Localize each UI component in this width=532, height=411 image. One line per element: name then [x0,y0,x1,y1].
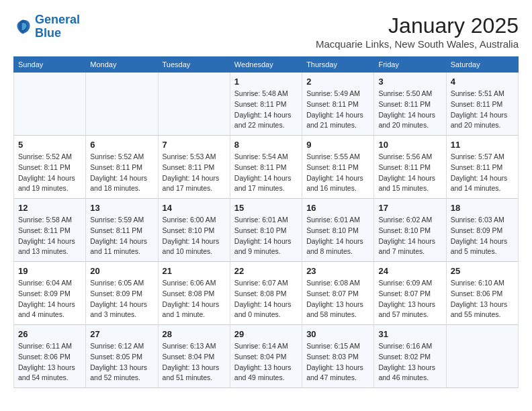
weekday-header-sunday: Sunday [14,57,86,73]
calendar-cell: 24Sunrise: 6:09 AM Sunset: 8:07 PM Dayli… [374,262,446,325]
calendar-cell: 3Sunrise: 5:50 AM Sunset: 8:11 PM Daylig… [374,73,446,136]
logo: General Blue [13,13,80,40]
day-info: Sunrise: 6:08 AM Sunset: 8:07 PM Dayligh… [306,278,369,320]
day-info: Sunrise: 6:09 AM Sunset: 8:07 PM Dayligh… [378,278,441,320]
calendar-cell: 2Sunrise: 5:49 AM Sunset: 8:11 PM Daylig… [302,73,374,136]
calendar-cell: 17Sunrise: 6:02 AM Sunset: 8:10 PM Dayli… [374,199,446,262]
day-number: 28 [163,329,226,339]
calendar-cell [446,325,518,388]
weekday-header-saturday: Saturday [446,57,518,73]
day-info: Sunrise: 6:01 AM Sunset: 8:10 PM Dayligh… [234,215,298,257]
calendar-cell: 29Sunrise: 6:14 AM Sunset: 8:04 PM Dayli… [230,325,302,388]
day-number: 15 [234,203,298,213]
day-info: Sunrise: 6:12 AM Sunset: 8:05 PM Dayligh… [90,341,153,383]
day-number: 22 [234,266,298,276]
day-number: 26 [18,329,81,339]
day-info: Sunrise: 5:55 AM Sunset: 8:11 PM Dayligh… [306,152,369,194]
calendar-week-1: 1Sunrise: 5:48 AM Sunset: 8:11 PM Daylig… [14,73,519,136]
day-number: 11 [451,140,514,150]
calendar-cell: 9Sunrise: 5:55 AM Sunset: 8:11 PM Daylig… [302,136,374,199]
calendar-week-4: 19Sunrise: 6:04 AM Sunset: 8:09 PM Dayli… [14,262,519,325]
day-info: Sunrise: 6:06 AM Sunset: 8:08 PM Dayligh… [163,278,226,320]
day-number: 8 [234,140,298,150]
day-info: Sunrise: 5:50 AM Sunset: 8:11 PM Dayligh… [378,89,441,131]
title-block: January 2025 Macquarie Links, New South … [316,13,519,50]
weekday-header-wednesday: Wednesday [230,57,302,73]
day-info: Sunrise: 6:15 AM Sunset: 8:03 PM Dayligh… [306,341,369,383]
calendar-cell: 4Sunrise: 5:51 AM Sunset: 8:11 PM Daylig… [446,73,518,136]
day-info: Sunrise: 5:56 AM Sunset: 8:11 PM Dayligh… [378,152,441,194]
calendar-title: January 2025 [316,13,519,38]
day-number: 3 [378,77,441,87]
day-info: Sunrise: 5:52 AM Sunset: 8:11 PM Dayligh… [90,152,153,194]
day-number: 27 [90,329,153,339]
calendar-body: 1Sunrise: 5:48 AM Sunset: 8:11 PM Daylig… [14,73,519,388]
logo-text: General Blue [35,13,80,40]
weekday-header-friday: Friday [374,57,446,73]
calendar-cell: 16Sunrise: 6:01 AM Sunset: 8:10 PM Dayli… [302,199,374,262]
day-info: Sunrise: 6:04 AM Sunset: 8:09 PM Dayligh… [18,278,81,320]
calendar-subtitle: Macquarie Links, New South Wales, Austra… [316,38,519,50]
day-number: 10 [378,140,441,150]
day-number: 31 [378,329,441,339]
calendar-cell: 10Sunrise: 5:56 AM Sunset: 8:11 PM Dayli… [374,136,446,199]
calendar-cell: 11Sunrise: 5:57 AM Sunset: 8:11 PM Dayli… [446,136,518,199]
calendar-cell [158,73,230,136]
day-number: 9 [306,140,369,150]
calendar-cell: 18Sunrise: 6:03 AM Sunset: 8:09 PM Dayli… [446,199,518,262]
day-info: Sunrise: 6:16 AM Sunset: 8:02 PM Dayligh… [378,341,441,383]
calendar-cell: 25Sunrise: 6:10 AM Sunset: 8:06 PM Dayli… [446,262,518,325]
calendar-cell: 31Sunrise: 6:16 AM Sunset: 8:02 PM Dayli… [374,325,446,388]
day-info: Sunrise: 6:10 AM Sunset: 8:06 PM Dayligh… [451,278,514,320]
day-number: 2 [306,77,369,87]
calendar-cell: 6Sunrise: 5:52 AM Sunset: 8:11 PM Daylig… [86,136,158,199]
day-number: 5 [18,140,81,150]
day-number: 25 [451,266,514,276]
calendar-cell: 12Sunrise: 5:58 AM Sunset: 8:11 PM Dayli… [14,199,86,262]
calendar-week-5: 26Sunrise: 6:11 AM Sunset: 8:06 PM Dayli… [14,325,519,388]
day-info: Sunrise: 6:00 AM Sunset: 8:10 PM Dayligh… [163,215,226,257]
day-number: 21 [163,266,226,276]
calendar-header: SundayMondayTuesdayWednesdayThursdayFrid… [14,57,519,73]
day-info: Sunrise: 5:49 AM Sunset: 8:11 PM Dayligh… [306,89,369,131]
calendar-cell: 15Sunrise: 6:01 AM Sunset: 8:10 PM Dayli… [230,199,302,262]
day-info: Sunrise: 6:11 AM Sunset: 8:06 PM Dayligh… [18,341,81,383]
calendar-cell: 20Sunrise: 6:05 AM Sunset: 8:09 PM Dayli… [86,262,158,325]
calendar-cell: 5Sunrise: 5:52 AM Sunset: 8:11 PM Daylig… [14,136,86,199]
calendar-cell: 7Sunrise: 5:53 AM Sunset: 8:11 PM Daylig… [158,136,230,199]
day-info: Sunrise: 6:07 AM Sunset: 8:08 PM Dayligh… [234,278,298,320]
day-number: 4 [451,77,514,87]
day-number: 13 [90,203,153,213]
logo-icon [13,17,32,36]
calendar-cell: 22Sunrise: 6:07 AM Sunset: 8:08 PM Dayli… [230,262,302,325]
day-info: Sunrise: 6:05 AM Sunset: 8:09 PM Dayligh… [90,278,153,320]
day-info: Sunrise: 5:58 AM Sunset: 8:11 PM Dayligh… [18,215,81,257]
calendar-cell: 13Sunrise: 5:59 AM Sunset: 8:11 PM Dayli… [86,199,158,262]
day-info: Sunrise: 5:53 AM Sunset: 8:11 PM Dayligh… [163,152,226,194]
weekday-header-monday: Monday [86,57,158,73]
calendar-table: SundayMondayTuesdayWednesdayThursdayFrid… [13,56,519,388]
day-info: Sunrise: 6:13 AM Sunset: 8:04 PM Dayligh… [163,341,226,383]
calendar-cell [86,73,158,136]
day-number: 6 [90,140,153,150]
weekday-header-thursday: Thursday [302,57,374,73]
day-info: Sunrise: 6:03 AM Sunset: 8:09 PM Dayligh… [451,215,514,257]
calendar-cell: 21Sunrise: 6:06 AM Sunset: 8:08 PM Dayli… [158,262,230,325]
calendar-cell: 19Sunrise: 6:04 AM Sunset: 8:09 PM Dayli… [14,262,86,325]
day-info: Sunrise: 5:59 AM Sunset: 8:11 PM Dayligh… [90,215,153,257]
day-info: Sunrise: 5:51 AM Sunset: 8:11 PM Dayligh… [451,89,514,131]
calendar-cell: 14Sunrise: 6:00 AM Sunset: 8:10 PM Dayli… [158,199,230,262]
day-number: 23 [306,266,369,276]
day-number: 24 [378,266,441,276]
day-number: 12 [18,203,81,213]
day-number: 30 [306,329,369,339]
day-info: Sunrise: 5:54 AM Sunset: 8:11 PM Dayligh… [234,152,298,194]
day-number: 17 [378,203,441,213]
day-info: Sunrise: 6:02 AM Sunset: 8:10 PM Dayligh… [378,215,441,257]
day-number: 20 [90,266,153,276]
calendar-week-3: 12Sunrise: 5:58 AM Sunset: 8:11 PM Dayli… [14,199,519,262]
day-info: Sunrise: 6:01 AM Sunset: 8:10 PM Dayligh… [306,215,369,257]
day-info: Sunrise: 5:52 AM Sunset: 8:11 PM Dayligh… [18,152,81,194]
calendar-cell: 30Sunrise: 6:15 AM Sunset: 8:03 PM Dayli… [302,325,374,388]
page-header: General Blue January 2025 Macquarie Link… [13,13,519,50]
